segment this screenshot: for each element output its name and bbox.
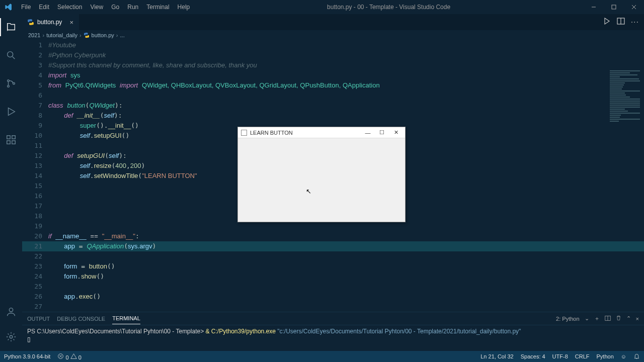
svg-point-9 bbox=[9, 308, 13, 312]
status-problems[interactable]: 0 0 bbox=[57, 353, 81, 360]
menu-go[interactable]: Go bbox=[107, 2, 123, 13]
run-debug-icon[interactable] bbox=[0, 103, 22, 121]
svg-rect-5 bbox=[7, 136, 10, 139]
status-eol[interactable]: CRLF bbox=[575, 353, 590, 359]
kill-terminal-icon[interactable] bbox=[616, 315, 621, 322]
panel-close-icon[interactable]: × bbox=[636, 316, 639, 322]
status-python[interactable]: Python 3.9.0 64-bit bbox=[4, 353, 50, 359]
breadcrumb-seg[interactable]: ... bbox=[120, 32, 125, 38]
qt-maximize-icon[interactable]: ☐ bbox=[375, 129, 389, 136]
maximize-icon[interactable] bbox=[604, 0, 624, 14]
qt-app-icon bbox=[241, 130, 247, 136]
svg-rect-8 bbox=[12, 141, 15, 144]
terminal-selector[interactable]: 2: Python bbox=[556, 316, 579, 322]
status-feedback-icon[interactable]: ☺ bbox=[621, 353, 626, 359]
panel-tab-terminal[interactable]: TERMINAL bbox=[112, 313, 140, 324]
run-file-icon[interactable] bbox=[603, 17, 611, 27]
breadcrumb[interactable]: 2021› tutorial_daily› button.py› ... bbox=[22, 30, 644, 40]
menu-file[interactable]: File bbox=[17, 2, 35, 13]
line-gutter: 1234567891011121314151617181920212223242… bbox=[22, 40, 48, 312]
qt-close-icon[interactable]: ✕ bbox=[389, 129, 403, 136]
svg-rect-0 bbox=[612, 5, 616, 9]
explorer-icon[interactable] bbox=[0, 18, 22, 36]
mouse-cursor-icon: ↖ bbox=[306, 188, 311, 195]
python-file-icon bbox=[84, 32, 90, 38]
split-editor-icon[interactable] bbox=[617, 17, 625, 27]
account-icon[interactable] bbox=[0, 303, 22, 321]
breadcrumb-seg[interactable]: tutorial_daily bbox=[46, 32, 77, 38]
chevron-down-icon[interactable]: ⌄ bbox=[585, 315, 589, 322]
status-cursor-pos[interactable]: Ln 21, Col 32 bbox=[480, 353, 513, 359]
menu-selection[interactable]: Selection bbox=[53, 2, 86, 13]
terminal-output[interactable]: PS C:\Users\ColdEyes\Documents\Tutorial … bbox=[22, 325, 644, 351]
menu-edit[interactable]: Edit bbox=[35, 2, 53, 13]
qt-window-title: LEARN BUTTON bbox=[250, 130, 361, 136]
panel-tabs: OUTPUT DEBUG CONSOLE TERMINAL 2: Python … bbox=[22, 312, 644, 325]
split-terminal-icon[interactable] bbox=[605, 315, 611, 322]
tab-close-icon[interactable]: × bbox=[68, 19, 75, 26]
extensions-icon[interactable] bbox=[0, 131, 22, 149]
qt-app-window[interactable]: LEARN BUTTON — ☐ ✕ ↖ bbox=[237, 127, 406, 222]
minimap[interactable] bbox=[610, 70, 640, 121]
status-bar: Python 3.9.0 64-bit 0 0 Ln 21, Col 32 Sp… bbox=[0, 351, 644, 362]
svg-rect-6 bbox=[12, 136, 15, 139]
title-bar: File Edit Selection View Go Run Terminal… bbox=[0, 0, 644, 14]
status-language[interactable]: Python bbox=[597, 353, 614, 359]
qt-window-body[interactable]: ↖ bbox=[238, 138, 405, 222]
window-controls bbox=[584, 0, 644, 14]
breadcrumb-seg[interactable]: 2021 bbox=[28, 32, 40, 38]
more-actions-icon[interactable]: ··· bbox=[631, 18, 639, 27]
svg-rect-7 bbox=[7, 141, 10, 144]
menu-view[interactable]: View bbox=[86, 2, 107, 13]
settings-gear-icon[interactable] bbox=[0, 328, 22, 346]
menu-terminal[interactable]: Terminal bbox=[142, 2, 173, 13]
editor-tabs: button.py × ··· bbox=[22, 14, 644, 30]
activity-bar bbox=[0, 14, 22, 351]
panel-tab-output[interactable]: OUTPUT bbox=[27, 316, 50, 322]
vscode-logo-icon bbox=[0, 3, 17, 11]
status-encoding[interactable]: UTF-8 bbox=[552, 353, 568, 359]
svg-point-10 bbox=[10, 335, 13, 338]
new-terminal-icon[interactable]: ＋ bbox=[594, 315, 600, 322]
panel-tab-debug[interactable]: DEBUG CONSOLE bbox=[57, 316, 105, 322]
app-menu: File Edit Selection View Go Run Terminal… bbox=[17, 2, 194, 13]
breadcrumb-seg[interactable]: button.py bbox=[92, 32, 114, 38]
svg-point-3 bbox=[8, 85, 10, 87]
panel-up-icon[interactable]: ⌃ bbox=[626, 315, 631, 322]
qt-titlebar[interactable]: LEARN BUTTON — ☐ ✕ bbox=[238, 127, 405, 138]
editor-tab-button-py[interactable]: button.py × bbox=[22, 14, 79, 30]
minimize-icon[interactable] bbox=[584, 0, 604, 14]
source-control-icon[interactable] bbox=[0, 74, 22, 93]
close-icon[interactable] bbox=[624, 0, 644, 14]
svg-point-1 bbox=[8, 52, 13, 57]
status-spaces[interactable]: Spaces: 4 bbox=[521, 353, 545, 359]
tab-label: button.py bbox=[37, 19, 62, 26]
python-file-icon bbox=[27, 19, 34, 26]
search-icon[interactable] bbox=[0, 46, 22, 64]
menu-help[interactable]: Help bbox=[174, 2, 194, 13]
qt-minimize-icon[interactable]: — bbox=[361, 130, 375, 136]
svg-point-2 bbox=[8, 80, 10, 82]
window-title: button.py - 00 - Template - Visual Studi… bbox=[194, 4, 584, 11]
status-bell-icon[interactable] bbox=[633, 353, 640, 360]
menu-run[interactable]: Run bbox=[123, 2, 142, 13]
bottom-panel: OUTPUT DEBUG CONSOLE TERMINAL 2: Python … bbox=[22, 312, 644, 351]
